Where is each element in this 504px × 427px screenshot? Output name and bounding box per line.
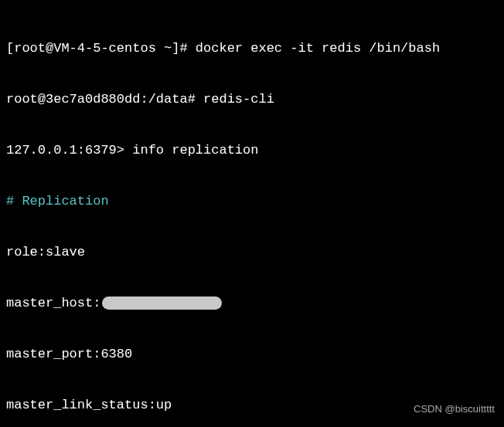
- redacted-mark: [102, 297, 222, 310]
- terminal-output[interactable]: [root@VM-4-5-centos ~]# docker exec -it …: [6, 6, 498, 427]
- command-redis-cli: redis-cli: [196, 92, 274, 107]
- redis-host-port: 127.0.0.1:6379>: [6, 143, 124, 158]
- command-docker: docker exec -it redis /bin/bash: [188, 41, 440, 56]
- output-master-port: master_port:6380: [6, 346, 498, 363]
- prompt-user-host: [root@VM-4-5-centos ~]#: [6, 41, 188, 56]
- replication-header: # Replication: [6, 193, 498, 210]
- shell-prompt-container: root@3ec7a0d880dd:/data# redis-cli: [6, 91, 498, 108]
- output-role: role:slave: [6, 244, 498, 261]
- master-host-label: master_host:: [6, 296, 100, 310]
- watermark-text: CSDN @biscuittttt: [414, 401, 495, 418]
- output-master-host: master_host:: [6, 295, 498, 312]
- prompt-user-container: root@3ec7a0d880dd:/data#: [6, 92, 196, 107]
- command-info-replication: info replication: [124, 143, 258, 158]
- shell-prompt-host: [root@VM-4-5-centos ~]# docker exec -it …: [6, 40, 498, 57]
- redis-prompt: 127.0.0.1:6379> info replication: [6, 142, 498, 159]
